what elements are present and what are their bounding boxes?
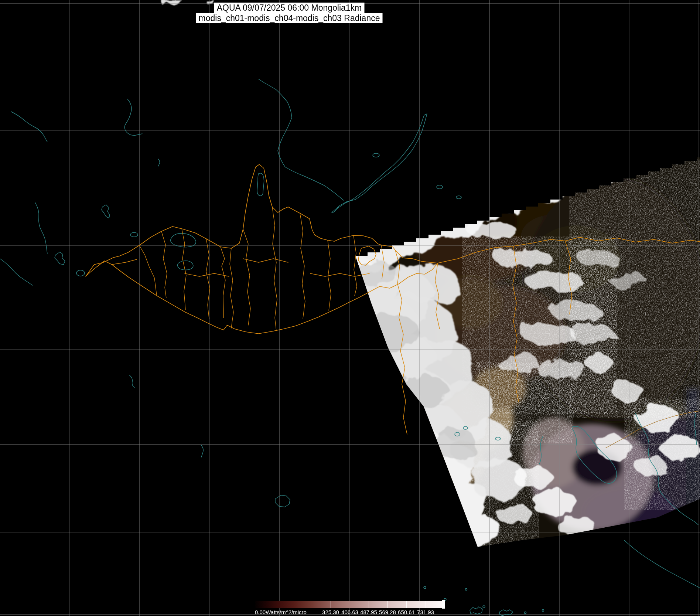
lake-khovsgol — [257, 173, 264, 196]
lake-khyargas — [177, 261, 193, 270]
title-line-1: AQUA 09/07/2025 06:00 Mongolia1km — [214, 3, 365, 13]
colorbar-tick — [387, 601, 388, 608]
river-angara — [259, 79, 344, 200]
colorbar-tick — [426, 601, 426, 608]
colorbar-tick-label: 406.63 — [341, 609, 358, 615]
map-image — [0, 0, 700, 616]
colorbar-end-cap — [442, 600, 445, 609]
lake-baikal — [332, 114, 427, 212]
image-title: AQUA 09/07/2025 06:00 Mongolia1km modis_… — [196, 3, 383, 23]
colorbar-tick-label: 731.93 — [417, 609, 434, 615]
colorbar-labels: 0.00Watts/m^2/micro 325.30 406.63 487.95… — [255, 609, 444, 615]
radiance-colorbar: 0.00Watts/m^2/micro 325.30 406.63 487.95… — [255, 600, 444, 616]
colorbar-tick-label: 325.30 — [322, 609, 339, 615]
colorbar-tick — [312, 601, 312, 608]
colorbar-tick — [369, 601, 369, 608]
colorbar-gradient — [255, 601, 442, 608]
colorbar-tick — [406, 601, 407, 608]
colorbar-tick — [293, 601, 293, 608]
colorbar-tick — [350, 601, 350, 608]
colorbar-tick-label: 487.95 — [360, 609, 377, 615]
colorbar-tick — [331, 601, 331, 608]
colorbar-tick-label: 650.61 — [398, 609, 415, 615]
colorbar-unit-label: 0.00Watts/m^2/micro — [255, 609, 307, 615]
title-line-2: modis_ch01-modis_ch04-modis_ch03 Radianc… — [196, 13, 383, 23]
satellite-viewer-canvas: AQUA 09/07/2025 06:00 Mongolia1km modis_… — [0, 0, 700, 616]
colorbar-tick-label: 569.28 — [379, 609, 396, 615]
colorbar-tick — [274, 601, 274, 608]
colorbar-tick — [255, 601, 255, 608]
mongolia-aimag-borders — [112, 207, 384, 331]
modis-swath — [332, 140, 700, 554]
